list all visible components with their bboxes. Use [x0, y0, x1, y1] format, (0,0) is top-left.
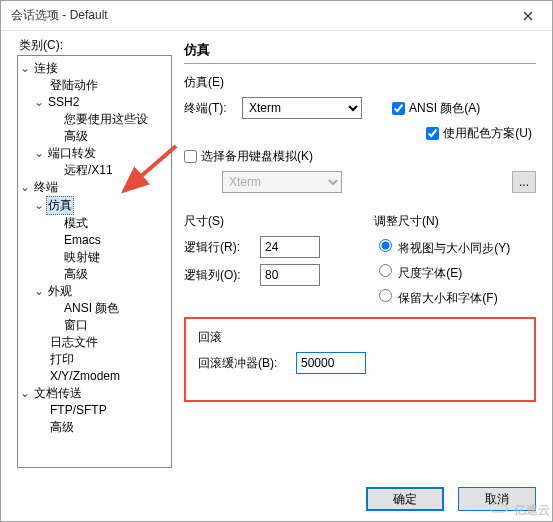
terminal-label: 终端(T): [184, 100, 236, 117]
scroll-buffer-label: 回滚缓冲器(B): [198, 355, 290, 372]
tree-window[interactable]: 窗口 [18, 317, 171, 334]
logical-cols-input[interactable] [260, 264, 320, 286]
color-scheme-row: 使用配色方案(U) [184, 125, 536, 142]
tree-appearance[interactable]: ⌄外观 [18, 283, 171, 300]
tree-file-transfer[interactable]: ⌄文档传送 [18, 385, 171, 402]
close-icon [523, 11, 533, 21]
alt-keyboard-select-row: Xterm ... [184, 171, 536, 193]
size-col: 尺寸(S) 逻辑行(R): 逻辑列(O): [184, 213, 354, 311]
tree-ansi-color[interactable]: ANSI 颜色 [18, 300, 171, 317]
use-color-scheme-input[interactable] [426, 127, 439, 140]
scroll-buffer-input[interactable] [296, 352, 366, 374]
logical-rows-row: 逻辑行(R): [184, 236, 354, 258]
expand-icon: ⌄ [34, 197, 44, 214]
tree-print[interactable]: 打印 [18, 351, 171, 368]
ansi-color-checkbox[interactable]: ANSI 颜色(A) [392, 100, 480, 117]
logical-cols-row: 逻辑列(O): [184, 264, 354, 286]
resize-col: 调整尺寸(N) 将视图与大小同步(Y) 尺度字体(E) 保留大小和字体(F) [374, 213, 510, 311]
scrollback-label: 回滚 [198, 329, 522, 346]
tree-ssh2-sub1[interactable]: 您要使用这些设 [18, 111, 171, 128]
tree-ssh2[interactable]: ⌄SSH2 [18, 94, 171, 111]
expand-icon: ⌄ [20, 385, 30, 402]
expand-icon: ⌄ [20, 179, 30, 196]
expand-icon: ⌄ [34, 283, 44, 300]
expand-icon: ⌄ [20, 60, 30, 77]
terminal-row: 终端(T): Xterm ANSI 颜色(A) [184, 97, 536, 119]
logical-rows-input[interactable] [260, 236, 320, 258]
alt-keyboard-checkbox[interactable]: 选择备用键盘模拟(K) [184, 148, 313, 165]
cloud-icon [488, 500, 510, 514]
emulation-section-label: 仿真(E) [184, 74, 536, 91]
tree-ft-advanced[interactable]: 高级 [18, 419, 171, 436]
terminal-select[interactable]: Xterm [242, 97, 362, 119]
category-tree[interactable]: ⌄连接 登陆动作 ⌄SSH2 您要使用这些设 高级 ⌄端口转发 远程/X11 ⌄… [17, 55, 172, 468]
tree-mode[interactable]: 模式 [18, 215, 171, 232]
tree-emulation[interactable]: ⌄仿真 [18, 196, 171, 215]
titlebar: 会话选项 - Default [1, 1, 552, 31]
tree-port-forward[interactable]: ⌄端口转发 [18, 145, 171, 162]
alt-keyboard-input[interactable] [184, 150, 197, 163]
window-title: 会话选项 - Default [11, 7, 108, 24]
tree-ftp-sftp[interactable]: FTP/SFTP [18, 402, 171, 419]
tree-login-action[interactable]: 登陆动作 [18, 77, 171, 94]
alt-keyboard-select: Xterm [222, 171, 342, 193]
category-label: 类别(C): [19, 37, 63, 54]
tree-emu-advanced[interactable]: 高级 [18, 266, 171, 283]
use-color-scheme-checkbox[interactable]: 使用配色方案(U) [426, 125, 532, 142]
tree-ssh2-advanced[interactable]: 高级 [18, 128, 171, 145]
resize-label: 调整尺寸(N) [374, 213, 510, 230]
resize-keep-radio[interactable]: 保留大小和字体(F) [374, 286, 510, 307]
resize-sync-radio[interactable]: 将视图与大小同步(Y) [374, 236, 510, 257]
alt-keyboard-row: 选择备用键盘模拟(K) [184, 148, 536, 165]
tree-terminal[interactable]: ⌄终端 [18, 179, 171, 196]
tree-xyz[interactable]: X/Y/Zmodem [18, 368, 171, 385]
tree-logfile[interactable]: 日志文件 [18, 334, 171, 351]
body-area: ⌄连接 登陆动作 ⌄SSH2 您要使用这些设 高级 ⌄端口转发 远程/X11 ⌄… [1, 31, 552, 476]
resize-font-radio[interactable]: 尺度字体(E) [374, 261, 510, 282]
session-options-window: 会话选项 - Default 类别(C): ⌄连接 登陆动作 ⌄SSH2 您要使… [0, 0, 553, 522]
browse-button[interactable]: ... [512, 171, 536, 193]
logical-rows-label: 逻辑行(R): [184, 239, 254, 256]
ok-button[interactable]: 确定 [366, 487, 444, 511]
expand-icon: ⌄ [34, 94, 44, 111]
panel-title: 仿真 [184, 41, 536, 59]
close-button[interactable] [508, 2, 548, 30]
scrollback-highlight-box: 回滚 回滚缓冲器(B): [184, 317, 536, 402]
tree-remote-x11[interactable]: 远程/X11 [18, 162, 171, 179]
tree-connection[interactable]: ⌄连接 [18, 60, 171, 77]
tree-emacs[interactable]: Emacs [18, 232, 171, 249]
size-section: 尺寸(S) 逻辑行(R): 逻辑列(O): 调整尺寸(N) 将视图与大小同步(Y… [184, 213, 536, 311]
tree-map-keys[interactable]: 映射键 [18, 249, 171, 266]
scrollback-row: 回滚缓冲器(B): [198, 352, 522, 374]
expand-icon: ⌄ [34, 145, 44, 162]
ansi-color-input[interactable] [392, 102, 405, 115]
logical-cols-label: 逻辑列(O): [184, 267, 254, 284]
size-label: 尺寸(S) [184, 213, 354, 230]
settings-panel: 仿真 仿真(E) 终端(T): Xterm ANSI 颜色(A) 使用配色方案(… [172, 31, 552, 476]
divider [184, 63, 536, 64]
watermark: 亿速云 [488, 500, 550, 519]
